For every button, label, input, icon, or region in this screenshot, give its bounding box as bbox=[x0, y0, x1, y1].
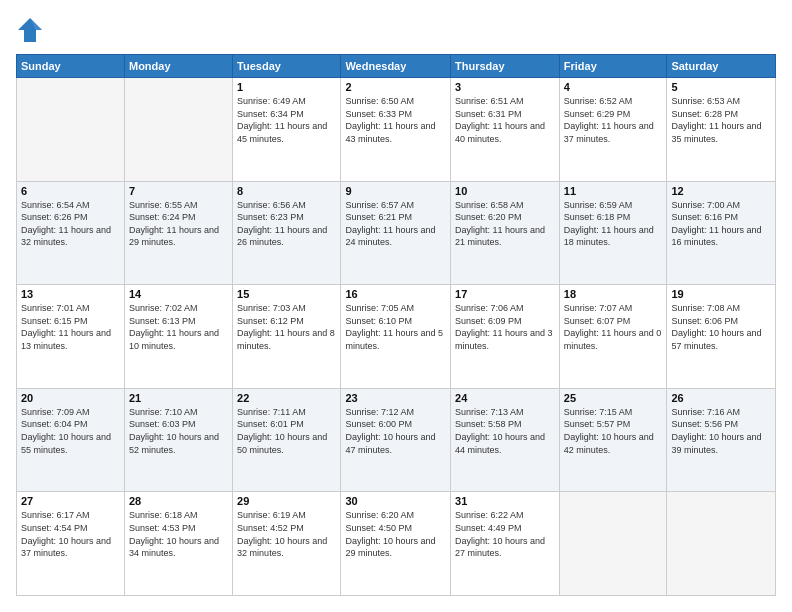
col-sunday: Sunday bbox=[17, 55, 125, 78]
day-number: 13 bbox=[21, 288, 120, 300]
day-info: Sunrise: 7:10 AM Sunset: 6:03 PM Dayligh… bbox=[129, 406, 228, 456]
day-info: Sunrise: 7:03 AM Sunset: 6:12 PM Dayligh… bbox=[237, 302, 336, 352]
table-row: 1Sunrise: 6:49 AM Sunset: 6:34 PM Daylig… bbox=[233, 78, 341, 182]
day-number: 26 bbox=[671, 392, 771, 404]
table-row: 26Sunrise: 7:16 AM Sunset: 5:56 PM Dayli… bbox=[667, 388, 776, 492]
day-number: 2 bbox=[345, 81, 446, 93]
day-number: 25 bbox=[564, 392, 663, 404]
day-info: Sunrise: 6:20 AM Sunset: 4:50 PM Dayligh… bbox=[345, 509, 446, 559]
day-number: 10 bbox=[455, 185, 555, 197]
day-number: 8 bbox=[237, 185, 336, 197]
day-number: 1 bbox=[237, 81, 336, 93]
day-info: Sunrise: 7:13 AM Sunset: 5:58 PM Dayligh… bbox=[455, 406, 555, 456]
day-number: 3 bbox=[455, 81, 555, 93]
table-row: 9Sunrise: 6:57 AM Sunset: 6:21 PM Daylig… bbox=[341, 181, 451, 285]
table-row: 3Sunrise: 6:51 AM Sunset: 6:31 PM Daylig… bbox=[451, 78, 560, 182]
day-info: Sunrise: 6:55 AM Sunset: 6:24 PM Dayligh… bbox=[129, 199, 228, 249]
col-friday: Friday bbox=[559, 55, 667, 78]
day-number: 19 bbox=[671, 288, 771, 300]
table-row bbox=[124, 78, 232, 182]
day-info: Sunrise: 7:07 AM Sunset: 6:07 PM Dayligh… bbox=[564, 302, 663, 352]
table-row: 19Sunrise: 7:08 AM Sunset: 6:06 PM Dayli… bbox=[667, 285, 776, 389]
day-info: Sunrise: 6:17 AM Sunset: 4:54 PM Dayligh… bbox=[21, 509, 120, 559]
day-number: 15 bbox=[237, 288, 336, 300]
header bbox=[16, 16, 776, 44]
table-row: 4Sunrise: 6:52 AM Sunset: 6:29 PM Daylig… bbox=[559, 78, 667, 182]
day-info: Sunrise: 7:02 AM Sunset: 6:13 PM Dayligh… bbox=[129, 302, 228, 352]
day-number: 29 bbox=[237, 495, 336, 507]
table-row: 22Sunrise: 7:11 AM Sunset: 6:01 PM Dayli… bbox=[233, 388, 341, 492]
day-number: 21 bbox=[129, 392, 228, 404]
day-number: 23 bbox=[345, 392, 446, 404]
table-row: 24Sunrise: 7:13 AM Sunset: 5:58 PM Dayli… bbox=[451, 388, 560, 492]
table-row: 29Sunrise: 6:19 AM Sunset: 4:52 PM Dayli… bbox=[233, 492, 341, 596]
col-tuesday: Tuesday bbox=[233, 55, 341, 78]
col-monday: Monday bbox=[124, 55, 232, 78]
day-number: 16 bbox=[345, 288, 446, 300]
table-row: 13Sunrise: 7:01 AM Sunset: 6:15 PM Dayli… bbox=[17, 285, 125, 389]
table-row: 18Sunrise: 7:07 AM Sunset: 6:07 PM Dayli… bbox=[559, 285, 667, 389]
table-row: 23Sunrise: 7:12 AM Sunset: 6:00 PM Dayli… bbox=[341, 388, 451, 492]
table-row bbox=[17, 78, 125, 182]
day-info: Sunrise: 7:09 AM Sunset: 6:04 PM Dayligh… bbox=[21, 406, 120, 456]
day-info: Sunrise: 6:19 AM Sunset: 4:52 PM Dayligh… bbox=[237, 509, 336, 559]
day-number: 4 bbox=[564, 81, 663, 93]
table-row: 14Sunrise: 7:02 AM Sunset: 6:13 PM Dayli… bbox=[124, 285, 232, 389]
day-number: 6 bbox=[21, 185, 120, 197]
calendar-header-row: Sunday Monday Tuesday Wednesday Thursday… bbox=[17, 55, 776, 78]
logo-icon bbox=[16, 16, 44, 44]
day-info: Sunrise: 6:56 AM Sunset: 6:23 PM Dayligh… bbox=[237, 199, 336, 249]
day-info: Sunrise: 7:11 AM Sunset: 6:01 PM Dayligh… bbox=[237, 406, 336, 456]
table-row: 21Sunrise: 7:10 AM Sunset: 6:03 PM Dayli… bbox=[124, 388, 232, 492]
day-info: Sunrise: 6:51 AM Sunset: 6:31 PM Dayligh… bbox=[455, 95, 555, 145]
day-info: Sunrise: 7:00 AM Sunset: 6:16 PM Dayligh… bbox=[671, 199, 771, 249]
day-number: 24 bbox=[455, 392, 555, 404]
calendar-week-row: 13Sunrise: 7:01 AM Sunset: 6:15 PM Dayli… bbox=[17, 285, 776, 389]
day-number: 30 bbox=[345, 495, 446, 507]
table-row: 6Sunrise: 6:54 AM Sunset: 6:26 PM Daylig… bbox=[17, 181, 125, 285]
table-row bbox=[667, 492, 776, 596]
table-row: 20Sunrise: 7:09 AM Sunset: 6:04 PM Dayli… bbox=[17, 388, 125, 492]
logo bbox=[16, 16, 48, 44]
table-row: 25Sunrise: 7:15 AM Sunset: 5:57 PM Dayli… bbox=[559, 388, 667, 492]
day-number: 20 bbox=[21, 392, 120, 404]
table-row: 7Sunrise: 6:55 AM Sunset: 6:24 PM Daylig… bbox=[124, 181, 232, 285]
table-row: 8Sunrise: 6:56 AM Sunset: 6:23 PM Daylig… bbox=[233, 181, 341, 285]
day-info: Sunrise: 7:05 AM Sunset: 6:10 PM Dayligh… bbox=[345, 302, 446, 352]
col-thursday: Thursday bbox=[451, 55, 560, 78]
day-number: 17 bbox=[455, 288, 555, 300]
day-info: Sunrise: 6:54 AM Sunset: 6:26 PM Dayligh… bbox=[21, 199, 120, 249]
day-info: Sunrise: 7:16 AM Sunset: 5:56 PM Dayligh… bbox=[671, 406, 771, 456]
day-number: 7 bbox=[129, 185, 228, 197]
table-row bbox=[559, 492, 667, 596]
table-row: 11Sunrise: 6:59 AM Sunset: 6:18 PM Dayli… bbox=[559, 181, 667, 285]
day-number: 9 bbox=[345, 185, 446, 197]
day-info: Sunrise: 7:08 AM Sunset: 6:06 PM Dayligh… bbox=[671, 302, 771, 352]
table-row: 31Sunrise: 6:22 AM Sunset: 4:49 PM Dayli… bbox=[451, 492, 560, 596]
day-number: 14 bbox=[129, 288, 228, 300]
day-number: 11 bbox=[564, 185, 663, 197]
day-number: 27 bbox=[21, 495, 120, 507]
day-number: 18 bbox=[564, 288, 663, 300]
calendar-week-row: 20Sunrise: 7:09 AM Sunset: 6:04 PM Dayli… bbox=[17, 388, 776, 492]
day-info: Sunrise: 6:22 AM Sunset: 4:49 PM Dayligh… bbox=[455, 509, 555, 559]
day-info: Sunrise: 6:50 AM Sunset: 6:33 PM Dayligh… bbox=[345, 95, 446, 145]
table-row: 27Sunrise: 6:17 AM Sunset: 4:54 PM Dayli… bbox=[17, 492, 125, 596]
calendar-week-row: 1Sunrise: 6:49 AM Sunset: 6:34 PM Daylig… bbox=[17, 78, 776, 182]
table-row: 30Sunrise: 6:20 AM Sunset: 4:50 PM Dayli… bbox=[341, 492, 451, 596]
day-info: Sunrise: 6:57 AM Sunset: 6:21 PM Dayligh… bbox=[345, 199, 446, 249]
day-number: 31 bbox=[455, 495, 555, 507]
day-number: 5 bbox=[671, 81, 771, 93]
day-info: Sunrise: 7:12 AM Sunset: 6:00 PM Dayligh… bbox=[345, 406, 446, 456]
col-saturday: Saturday bbox=[667, 55, 776, 78]
table-row: 15Sunrise: 7:03 AM Sunset: 6:12 PM Dayli… bbox=[233, 285, 341, 389]
day-info: Sunrise: 6:59 AM Sunset: 6:18 PM Dayligh… bbox=[564, 199, 663, 249]
calendar-week-row: 6Sunrise: 6:54 AM Sunset: 6:26 PM Daylig… bbox=[17, 181, 776, 285]
day-info: Sunrise: 6:58 AM Sunset: 6:20 PM Dayligh… bbox=[455, 199, 555, 249]
calendar: Sunday Monday Tuesday Wednesday Thursday… bbox=[16, 54, 776, 596]
day-info: Sunrise: 6:52 AM Sunset: 6:29 PM Dayligh… bbox=[564, 95, 663, 145]
table-row: 2Sunrise: 6:50 AM Sunset: 6:33 PM Daylig… bbox=[341, 78, 451, 182]
table-row: 17Sunrise: 7:06 AM Sunset: 6:09 PM Dayli… bbox=[451, 285, 560, 389]
table-row: 16Sunrise: 7:05 AM Sunset: 6:10 PM Dayli… bbox=[341, 285, 451, 389]
table-row: 28Sunrise: 6:18 AM Sunset: 4:53 PM Dayli… bbox=[124, 492, 232, 596]
